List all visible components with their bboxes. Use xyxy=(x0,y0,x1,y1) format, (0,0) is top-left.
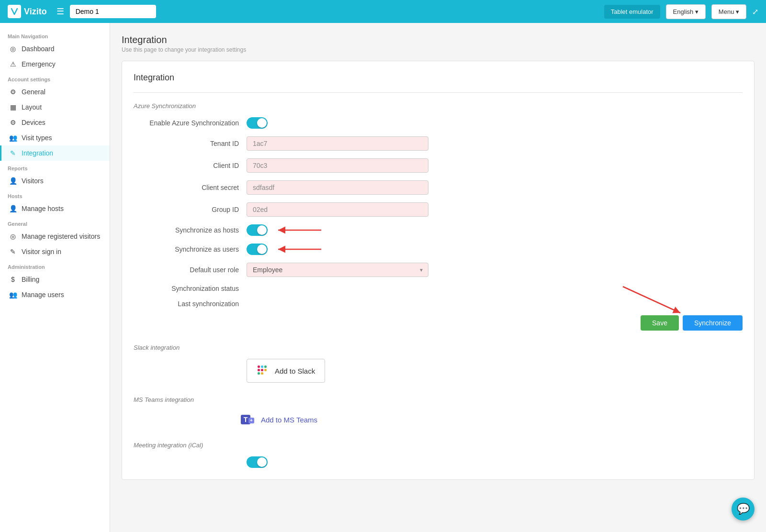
sidebar-item-layout[interactable]: ▦ Layout xyxy=(0,100,110,115)
sync-users-toggle[interactable] xyxy=(247,244,268,255)
svg-rect-6 xyxy=(261,366,263,368)
integration-icon: ✎ xyxy=(9,149,17,157)
enable-azure-row: Enable Azure Synchronization xyxy=(134,117,743,129)
slack-icon xyxy=(257,364,270,377)
administration-title: Administration xyxy=(0,259,110,272)
manage-registered-visitors-icon: ◎ xyxy=(9,233,17,240)
sync-hosts-toggle[interactable] xyxy=(247,224,268,236)
sync-users-arrow xyxy=(273,244,326,254)
msteams-icon: T + xyxy=(239,411,256,428)
sync-hosts-toggle-group xyxy=(247,224,326,236)
main-content: Integration Use this page to change your… xyxy=(110,23,766,532)
sidebar-label-dashboard: Dashboard xyxy=(22,45,55,53)
language-button[interactable]: English ▾ xyxy=(666,4,706,19)
chat-icon: 💬 xyxy=(737,503,750,515)
expand-icon[interactable]: ⤢ xyxy=(752,7,758,16)
manage-hosts-icon: 👤 xyxy=(9,205,17,212)
layout-icon: ▦ xyxy=(9,103,17,111)
page-subtitle: Use this page to change your integration… xyxy=(122,46,755,53)
svg-rect-7 xyxy=(264,366,267,368)
general-icon: ⚙ xyxy=(9,88,17,96)
client-id-input[interactable] xyxy=(247,158,428,173)
sidebar-item-general[interactable]: ⚙ General xyxy=(0,84,110,100)
add-to-msteams-button[interactable]: T + Add to MS Teams xyxy=(239,411,317,428)
default-user-role-row: Default user role Employee Admin xyxy=(134,263,743,277)
azure-section-label: Azure Synchronization xyxy=(134,102,743,110)
svg-rect-3 xyxy=(258,369,260,371)
workspace-search-input[interactable] xyxy=(70,5,156,18)
group-id-input[interactable] xyxy=(247,202,428,217)
sidebar: Main Navigation ◎ Dashboard ⚠ Emergency … xyxy=(0,23,110,532)
page-title: Integration xyxy=(122,34,755,45)
sidebar-item-manage-registered-visitors[interactable]: ◎ Manage registered visitors xyxy=(0,229,110,244)
sidebar-item-visit-types[interactable]: 👥 Visit types xyxy=(0,130,110,145)
sync-status-row: Synchronization status xyxy=(134,285,743,292)
chat-bubble[interactable]: 💬 xyxy=(732,498,755,521)
enable-azure-label: Enable Azure Synchronization xyxy=(134,119,239,127)
client-secret-input[interactable] xyxy=(247,180,428,195)
msteams-section-label: MS Teams integration xyxy=(134,396,743,403)
sidebar-label-devices: Devices xyxy=(22,119,45,126)
save-button[interactable]: Save xyxy=(641,315,679,331)
svg-rect-9 xyxy=(261,372,263,375)
sidebar-item-devices[interactable]: ⚙ Devices xyxy=(0,115,110,130)
sidebar-label-visitor-sign-in: Visitor sign in xyxy=(22,248,61,255)
ical-toggle[interactable] xyxy=(247,456,268,468)
sidebar-item-manage-hosts[interactable]: 👤 Manage hosts xyxy=(0,201,110,216)
add-to-slack-label: Add to Slack xyxy=(275,367,315,375)
sidebar-item-integration[interactable]: ✎ Integration xyxy=(0,145,110,161)
devices-icon: ⚙ xyxy=(9,119,17,126)
hamburger-icon[interactable]: ☰ xyxy=(56,6,64,17)
default-user-role-label: Default user role xyxy=(134,266,239,274)
sync-status-label: Synchronization status xyxy=(134,285,239,292)
sidebar-label-layout: Layout xyxy=(22,103,42,111)
dashboard-icon: ◎ xyxy=(9,45,17,53)
sync-hosts-arrow xyxy=(273,225,326,235)
emergency-icon: ⚠ xyxy=(9,60,17,68)
manage-users-icon: 👥 xyxy=(9,291,17,299)
synchronize-button[interactable]: Synchronize xyxy=(683,315,743,331)
sync-hosts-row: Synchronize as hosts xyxy=(134,224,743,236)
billing-icon: $ xyxy=(9,276,17,283)
sidebar-label-visitors: Visitors xyxy=(22,177,44,185)
sidebar-item-visitor-sign-in[interactable]: ✎ Visitor sign in xyxy=(0,244,110,259)
sidebar-item-emergency[interactable]: ⚠ Emergency xyxy=(0,56,110,72)
add-to-slack-button[interactable]: Add to Slack xyxy=(247,359,325,383)
msteams-section: MS Teams integration T + Add to MS Teams xyxy=(134,396,743,428)
menu-button[interactable]: Menu ▾ xyxy=(711,4,746,19)
tenant-id-input[interactable] xyxy=(247,136,428,151)
slack-section-label: Slack integration xyxy=(134,344,743,351)
reports-title: Reports xyxy=(0,161,110,173)
sidebar-label-integration: Integration xyxy=(22,149,53,157)
tenant-id-row: Tenant ID xyxy=(134,136,743,151)
logo[interactable]: Vizito xyxy=(8,5,47,18)
client-id-label: Client ID xyxy=(134,162,239,169)
sidebar-item-visitors[interactable]: 👤 Visitors xyxy=(0,173,110,188)
svg-text:+: + xyxy=(250,418,253,423)
tenant-id-label: Tenant ID xyxy=(134,140,239,147)
sidebar-label-general: General xyxy=(22,88,45,96)
client-secret-row: Client secret xyxy=(134,180,743,195)
visit-types-icon: 👥 xyxy=(9,134,17,142)
sync-users-row: Synchronize as users xyxy=(134,244,743,255)
sync-users-label: Synchronize as users xyxy=(134,245,239,253)
hosts-title: Hosts xyxy=(0,188,110,201)
logo-text: Vizito xyxy=(24,7,47,17)
sidebar-item-billing[interactable]: $ Billing xyxy=(0,272,110,287)
ical-toggle-row xyxy=(247,456,743,468)
default-user-role-select[interactable]: Employee Admin xyxy=(247,263,428,277)
svg-rect-5 xyxy=(258,366,260,368)
enable-azure-toggle[interactable] xyxy=(247,117,268,129)
main-nav-title: Main Navigation xyxy=(0,29,110,41)
sync-users-toggle-group xyxy=(247,244,326,255)
tablet-emulator-button[interactable]: Tablet emulator xyxy=(604,5,660,19)
sidebar-item-dashboard[interactable]: ◎ Dashboard xyxy=(0,41,110,56)
sidebar-label-manage-hosts: Manage hosts xyxy=(22,205,64,212)
svg-text:T: T xyxy=(244,416,248,423)
sidebar-item-manage-users[interactable]: 👥 Manage users xyxy=(0,287,110,302)
sidebar-label-billing: Billing xyxy=(22,276,39,283)
sync-hosts-label: Synchronize as hosts xyxy=(134,226,239,234)
visitors-icon: 👤 xyxy=(9,177,17,185)
default-user-role-wrapper: Employee Admin xyxy=(247,263,428,277)
logo-icon xyxy=(8,5,21,18)
